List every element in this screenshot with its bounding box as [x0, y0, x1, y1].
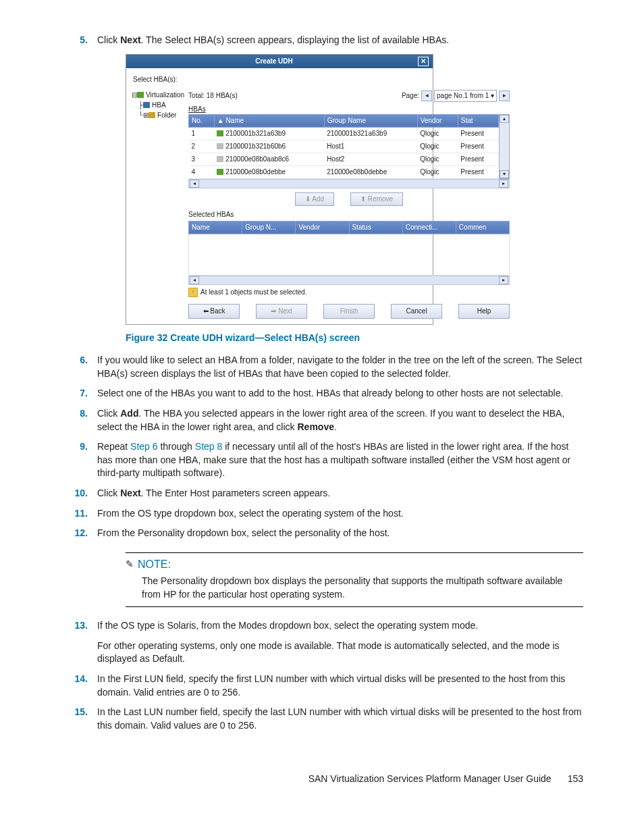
footer-title: SAN Virtualization Services Platform Man… [308, 773, 552, 786]
finish-button[interactable]: Finish [323, 304, 375, 319]
horizontal-scrollbar-2[interactable]: ◂▸ [188, 276, 510, 285]
page-select[interactable]: page No.1 from 1 ▾ [434, 90, 497, 102]
hba-table[interactable]: No. ▲ Name Group Name Vendor Stat 121000… [188, 114, 499, 179]
step-8: 8.Click Add. The HBA you selected appear… [61, 407, 583, 434]
page-footer: SAN Virtualization Services Platform Man… [61, 773, 583, 786]
table-row: 22100001b321b60b6Host1QlogicPresent [189, 140, 499, 153]
step-number: 5. [61, 34, 97, 47]
instruction-list: 5. Click Next. The Select HBA(s) screen … [61, 34, 583, 47]
step-15: 15.In the Last LUN number field, specify… [61, 706, 583, 732]
back-button[interactable]: ⬅ Back [188, 304, 240, 319]
close-icon[interactable]: ✕ [418, 57, 429, 66]
step-12: 12.From the Personality dropdown box, se… [61, 527, 583, 540]
step-7: 7.Select one of the HBAs you want to add… [61, 387, 583, 400]
step-text: Click Next. The Select HBA(s) screen app… [97, 34, 583, 47]
warning-icon: ! [188, 288, 198, 297]
instruction-list-cont2: 13. If the OS type is Solaris, from the … [61, 619, 583, 732]
selected-hba-table[interactable]: NameGroup N...VendorStatusConnecti...Com… [188, 221, 510, 234]
selected-hbas-label: Selected HBAs [188, 210, 510, 219]
vertical-scrollbar[interactable]: ▴▾ [499, 114, 510, 179]
step-14: 14.In the First LUN field, specify the f… [61, 673, 583, 699]
page-next-button[interactable]: ▸ [499, 90, 510, 101]
warning-message: !At least 1 objects must be selected. [188, 288, 510, 297]
pager: Page: ◂ page No.1 from 1 ▾ ▸ [402, 90, 510, 102]
step-6-link[interactable]: Step 6 [130, 441, 157, 452]
note-block: ✎ NOTE: The Personality dropdown box dis… [126, 552, 583, 608]
add-button[interactable]: ⬇ Add [295, 192, 334, 206]
horizontal-scrollbar[interactable]: ◂▸ [188, 179, 510, 188]
table-row: 3210000e08b0aab8c6Host2QlogicPresent [189, 153, 499, 165]
folder-tree[interactable]: ⊟Virtualization ├HBA └⊞Folder [132, 90, 184, 319]
total-count: Total: 18 HBA(s) [188, 91, 238, 101]
step-9: 9.Repeat Step 6 through Step 8 if necess… [61, 440, 583, 480]
note-title: NOTE: [138, 557, 171, 572]
help-button[interactable]: Help [458, 304, 510, 319]
hbas-label: HBAs [188, 105, 510, 114]
step-10: 10.Click Next. The Enter Host parameters… [61, 487, 583, 500]
page-number: 153 [568, 773, 583, 786]
step-13: 13. If the OS type is Solaris, from the … [61, 619, 583, 666]
note-icon: ✎ [126, 558, 134, 571]
table-row: 4210000e08b0debbe210000e08b0debbeQlogicP… [189, 165, 499, 178]
next-button[interactable]: ➡ Next [256, 304, 307, 319]
instruction-list-cont: 6.If you would like to select an HBA fro… [61, 354, 583, 540]
cancel-button[interactable]: Cancel [391, 304, 442, 319]
step-8-link[interactable]: Step 8 [195, 441, 222, 452]
step-5: 5. Click Next. The Select HBA(s) screen … [61, 34, 583, 47]
create-udh-dialog: Create UDH ✕ Select HBA(s): ⊟Virtualizat… [126, 54, 433, 325]
table-row: 12100001b321a63b92100001b321a63b9QlogicP… [189, 127, 499, 140]
page-prev-button[interactable]: ◂ [421, 90, 432, 101]
dialog-titlebar: Create UDH ✕ [126, 55, 433, 68]
step-11: 11.From the OS type dropdown box, select… [61, 507, 583, 521]
remove-button[interactable]: ⬆ Remove [350, 192, 403, 206]
note-text: The Personality dropdown box displays th… [142, 575, 583, 601]
figure-caption: Figure 32 Create UDH wizard—Select HBA(s… [126, 332, 583, 345]
dialog-title: Create UDH [130, 57, 418, 66]
select-hba-label: Select HBA(s): [133, 75, 427, 84]
step-6: 6.If you would like to select an HBA fro… [61, 354, 583, 380]
